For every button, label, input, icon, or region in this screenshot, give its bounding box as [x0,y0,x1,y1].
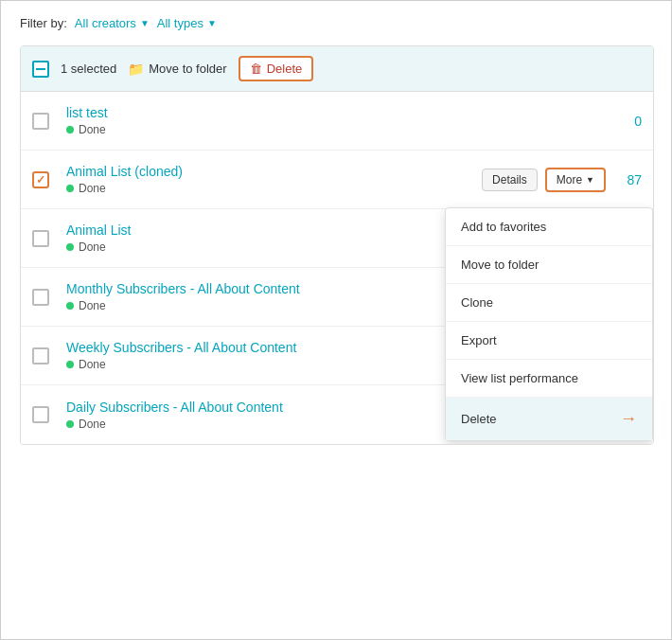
row-checkbox-wrap [32,289,59,306]
row-actions: 0 [613,114,642,129]
details-button[interactable]: Details [482,169,538,191]
status-text: Done [79,240,106,254]
status-dot-icon [66,361,74,368]
more-label: More [557,173,582,187]
selection-header-row: 1 selected 📁 Move to folder 🗑 Delete [21,46,653,92]
selected-count-label: 1 selected [61,62,116,76]
row-content: Animal List (cloned) Done [59,164,482,195]
status-dot-icon [66,420,74,428]
all-types-dropdown[interactable]: All types ▼ [157,16,217,30]
row-checkbox-wrap [32,347,59,364]
row-checkbox-wrap [32,230,59,247]
row-checkbox-checked[interactable] [32,171,49,188]
all-types-label: All types [157,16,203,30]
page-container: Filter by: All creators ▼ All types ▼ 1 … [1,1,672,640]
status-text: Done [79,418,106,431]
status-text: Done [79,299,106,312]
row-checkbox[interactable] [32,230,49,247]
folder-icon: 📁 [128,62,144,77]
select-all-checkbox[interactable] [32,61,49,78]
creators-chevron-icon: ▼ [140,18,150,28]
dropdown-item-export[interactable]: Export [446,322,652,360]
row-checkbox[interactable] [32,347,49,364]
status-text: Done [79,358,106,371]
arrow-right-icon: → [620,409,637,429]
row-status: Done [66,123,613,136]
dropdown-item-performance[interactable]: View list performance [446,360,652,398]
list-table: 1 selected 📁 Move to folder 🗑 Delete lis… [20,45,654,445]
all-creators-label: All creators [75,16,136,30]
list-row: list test Done 0 [21,92,653,151]
header-delete-button[interactable]: 🗑 Delete [239,56,314,81]
row-count: 87 [613,172,642,187]
delete-label: Delete [267,62,303,76]
row-checkbox[interactable] [32,113,49,130]
move-to-folder-label: Move to folder [149,62,226,76]
move-to-folder-button[interactable]: 📁 Move to folder [128,62,226,77]
row-checkbox-wrap [32,113,59,130]
filter-by-label: Filter by: [20,16,67,30]
all-creators-dropdown[interactable]: All creators ▼ [75,16,150,30]
row-checkbox[interactable] [32,289,49,306]
more-chevron-icon: ▼ [586,175,594,185]
row-checkbox[interactable] [32,406,49,423]
row-status: Done [66,182,482,195]
dropdown-item-clone[interactable]: Clone [446,284,652,322]
trash-icon: 🗑 [250,62,262,76]
filter-bar: Filter by: All creators ▼ All types ▼ [20,16,654,30]
row-count: 0 [613,114,642,129]
list-row-selected: Animal List (cloned) Done Details More ▼… [21,151,653,209]
status-text: Done [79,182,106,195]
dropdown-item-delete[interactable]: Delete → [446,398,652,440]
status-dot-icon [66,302,74,310]
dropdown-item-favorites[interactable]: Add to favorites [446,208,652,246]
row-checkbox-wrap [32,406,59,423]
status-dot-icon [66,243,74,251]
row-actions: Details More ▼ 87 [482,168,642,192]
status-dot-icon [66,185,74,192]
list-name[interactable]: list test [66,105,613,120]
more-button[interactable]: More ▼ [545,168,606,192]
status-dot-icon [66,126,74,133]
row-content: list test Done [59,105,613,136]
row-checkbox-wrap [32,171,59,188]
types-chevron-icon: ▼ [207,18,217,28]
list-name[interactable]: Animal List (cloned) [66,164,482,179]
dropdown-item-move-folder[interactable]: Move to folder [446,246,652,284]
more-dropdown-menu: Add to favorites Move to folder Clone Ex… [445,207,653,441]
status-text: Done [79,123,106,136]
